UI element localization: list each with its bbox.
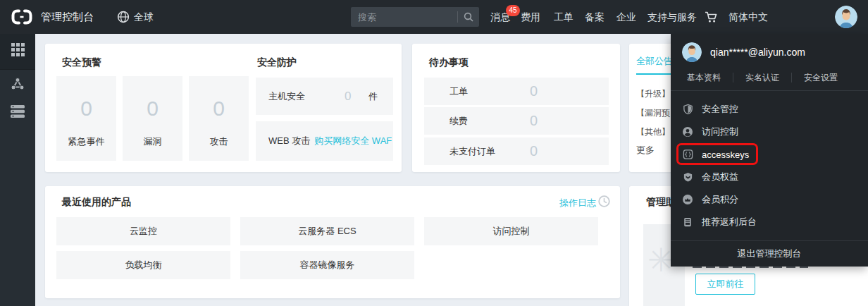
web-attack-row: WEB 攻击 购买网络安全 WAF bbox=[256, 121, 393, 161]
cart-icon[interactable] bbox=[705, 11, 717, 23]
stat-label: 紧急事件 bbox=[56, 135, 116, 148]
real-name-verify-link[interactable]: 实名认证 bbox=[733, 73, 792, 82]
stat-label: 攻击 bbox=[189, 135, 249, 148]
web-attack-label: WEB 攻击 bbox=[268, 135, 310, 147]
stat-urgent-events[interactable]: 0 紧急事件 bbox=[56, 76, 116, 161]
badge-icon bbox=[682, 171, 693, 183]
todo-label: 工单 bbox=[450, 85, 468, 98]
nav-icp[interactable]: 备案 bbox=[585, 0, 604, 34]
aliyun-logo-icon[interactable] bbox=[11, 9, 32, 25]
nav-messages[interactable]: 消息 bbox=[490, 0, 510, 34]
todo-title: 待办事项 bbox=[429, 56, 469, 69]
apps-grid-icon bbox=[11, 43, 25, 56]
server-stack-icon bbox=[10, 104, 25, 118]
stat-value: 0 bbox=[189, 97, 249, 120]
buy-waf-link[interactable]: 购买网络安全 WAF bbox=[314, 135, 392, 147]
todo-row-tickets[interactable]: 工单 0 bbox=[424, 78, 609, 105]
search-icon bbox=[464, 12, 473, 22]
stat-label: 漏洞 bbox=[123, 135, 182, 148]
stat-vulnerabilities[interactable]: 0 漏洞 bbox=[123, 76, 182, 161]
menu-item-referral-backend[interactable]: 推荐返利后台 bbox=[671, 211, 868, 233]
globe-icon[interactable] bbox=[117, 11, 130, 23]
language-selector[interactable]: 简体中文 bbox=[728, 0, 768, 34]
sidebar-item-products[interactable] bbox=[0, 43, 35, 56]
menu-item-access-control[interactable]: 访问控制 bbox=[671, 121, 868, 143]
host-security-value: 0 bbox=[345, 90, 351, 104]
account-dropdown: qian*****@aliyun.com 基本资料 实名认证 安全设置 安全管控… bbox=[671, 34, 868, 267]
recent-products-title: 最近使用的产品 bbox=[62, 196, 131, 209]
dropdown-menu: 安全管控 访问控制 accesskeys 会员权益 bbox=[671, 98, 868, 233]
clock-icon[interactable] bbox=[598, 195, 610, 207]
security-card: 安全预警 0 紧急事件 0 漏洞 0 攻击 安全防护 主机安全 0 件 WEB … bbox=[45, 44, 402, 172]
announcement-item[interactable]: 【漏洞预 bbox=[636, 107, 670, 119]
tab-all-announcements[interactable]: 全部公告 bbox=[636, 55, 673, 68]
search-button[interactable] bbox=[458, 7, 479, 27]
security-settings-link[interactable]: 安全设置 bbox=[792, 73, 850, 82]
account-email: qian*****@aliyun.com bbox=[710, 34, 805, 71]
share-nodes-icon bbox=[10, 76, 25, 92]
sidebar-divider bbox=[0, 69, 35, 70]
recent-products-card: 最近使用的产品 操作日志 云监控 云服务器 ECS 访问控制 负载均衡 容器镜像… bbox=[45, 186, 620, 298]
console-title[interactable]: 管理控制台 bbox=[41, 0, 94, 34]
todo-row-unpaid[interactable]: 未支付订单 0 bbox=[424, 137, 609, 165]
search-box bbox=[351, 7, 479, 27]
product-container-registry[interactable]: 容器镜像服务 bbox=[240, 251, 414, 279]
sidebar-item-servers[interactable] bbox=[0, 104, 35, 118]
product-ram[interactable]: 访问控制 bbox=[424, 217, 598, 245]
todo-label: 续费 bbox=[450, 115, 468, 128]
sidebar bbox=[0, 34, 35, 306]
brackets-icon bbox=[682, 149, 693, 160]
security-protect-title: 安全防护 bbox=[257, 56, 297, 69]
product-cloudmonitor[interactable]: 云监控 bbox=[56, 217, 230, 245]
host-security-row[interactable]: 主机安全 0 件 bbox=[256, 78, 393, 115]
user-icon bbox=[682, 126, 693, 137]
receipt-icon bbox=[682, 216, 693, 228]
shield-icon bbox=[682, 104, 693, 115]
product-ecs[interactable]: 云服务器 ECS bbox=[240, 217, 414, 245]
todo-label: 未支付订单 bbox=[450, 145, 495, 158]
todo-value: 0 bbox=[530, 83, 538, 99]
todo-row-renewal[interactable]: 续费 0 bbox=[424, 107, 609, 135]
security-alert-title: 安全预警 bbox=[62, 56, 101, 69]
nav-enterprise[interactable]: 企业 bbox=[616, 0, 636, 34]
search-input[interactable] bbox=[351, 12, 457, 23]
product-slb[interactable]: 负载均衡 bbox=[56, 251, 230, 279]
operation-log-link[interactable]: 操作日志 bbox=[559, 197, 596, 209]
basic-profile-link[interactable]: 基本资料 bbox=[675, 73, 733, 82]
todo-card: 待办事项 工单 0 续费 0 未支付订单 0 bbox=[412, 44, 620, 172]
nav-support[interactable]: 支持与服务 bbox=[647, 0, 697, 34]
todo-value: 0 bbox=[530, 113, 538, 129]
dropdown-divider bbox=[671, 90, 868, 91]
more-link[interactable]: 更多 bbox=[636, 144, 655, 157]
stat-attacks[interactable]: 0 攻击 bbox=[189, 76, 249, 161]
menu-item-accesskeys[interactable]: accesskeys bbox=[671, 143, 868, 166]
dropdown-avatar bbox=[682, 42, 702, 62]
todo-value: 0 bbox=[530, 143, 538, 159]
go-now-button[interactable]: 立即前往 bbox=[695, 274, 755, 295]
crown-icon bbox=[682, 194, 693, 205]
nav-billing[interactable]: 费用 bbox=[521, 0, 540, 34]
nav-tickets[interactable]: 工单 bbox=[554, 0, 574, 34]
logout-button[interactable]: 退出管理控制台 bbox=[671, 241, 868, 267]
announcement-item[interactable]: 【升级】 bbox=[636, 88, 670, 100]
menu-item-member-benefits[interactable]: 会员权益 bbox=[671, 166, 868, 188]
topbar: 管理控制台 全球 消息 45 费用 工单 备案 企业 支持与服务 简体中文 bbox=[0, 0, 868, 34]
stat-value: 0 bbox=[123, 97, 182, 120]
stat-value: 0 bbox=[56, 97, 116, 120]
host-security-label: 主机安全 bbox=[268, 90, 305, 103]
user-avatar[interactable] bbox=[835, 6, 857, 28]
menu-item-security-control[interactable]: 安全管控 bbox=[671, 98, 868, 121]
account-quick-links: 基本资料 实名认证 安全设置 bbox=[675, 73, 850, 82]
menu-item-member-points[interactable]: 会员积分 bbox=[671, 188, 868, 211]
region-selector[interactable]: 全球 bbox=[134, 0, 154, 34]
message-count-badge: 45 bbox=[506, 5, 520, 16]
host-security-unit: 件 bbox=[368, 90, 378, 103]
announcement-item[interactable]: 【其他】 bbox=[636, 126, 670, 138]
sidebar-item-share[interactable] bbox=[0, 76, 35, 92]
